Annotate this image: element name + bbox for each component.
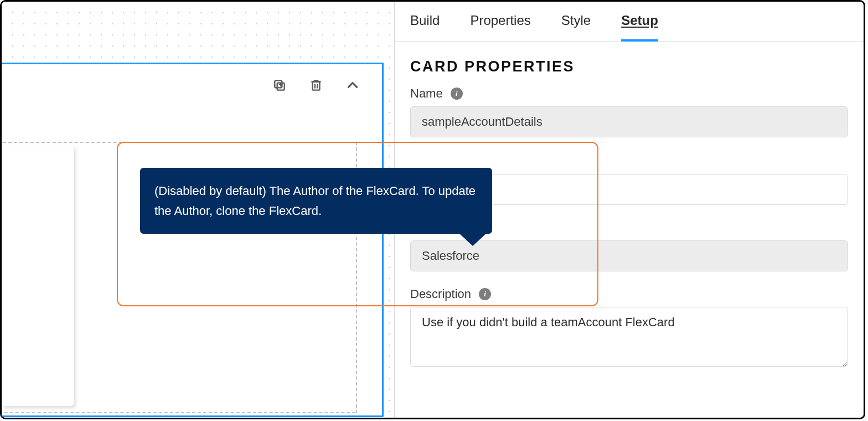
panel-title: CARD PROPERTIES <box>410 58 848 75</box>
tab-setup[interactable]: Setup <box>621 13 658 42</box>
card-selection-outline[interactable] <box>2 63 384 417</box>
name-input <box>410 106 848 137</box>
field-name-label: Name <box>410 86 443 101</box>
field-name-label-row: Name i <box>410 86 848 101</box>
tab-properties[interactable]: Properties <box>470 13 530 41</box>
field-name: Name i <box>410 86 848 137</box>
field-description-label-row: Description i <box>410 287 848 301</box>
author-tooltip: (Disabled by default) The Author of the … <box>140 168 492 234</box>
delete-icon[interactable] <box>309 78 323 93</box>
info-icon[interactable]: i <box>479 288 491 300</box>
clone-icon[interactable] <box>272 78 287 93</box>
description-input[interactable] <box>410 307 848 367</box>
field-description-label: Description <box>410 287 471 301</box>
svg-rect-4 <box>313 82 320 90</box>
app-frame: Build Properties Style Setup CARD PROPER… <box>0 0 865 419</box>
tooltip-text: (Disabled by default) The Author of the … <box>154 184 476 218</box>
tab-build[interactable]: Build <box>410 13 440 41</box>
collapse-icon[interactable] <box>345 78 360 93</box>
card-toolbar <box>272 78 360 93</box>
card-element-placeholder[interactable] <box>2 146 74 406</box>
tab-style[interactable]: Style <box>561 13 591 41</box>
info-icon[interactable]: i <box>451 88 463 100</box>
panel-tabs: Build Properties Style Setup <box>395 2 864 42</box>
field-description: Description i <box>410 287 848 369</box>
